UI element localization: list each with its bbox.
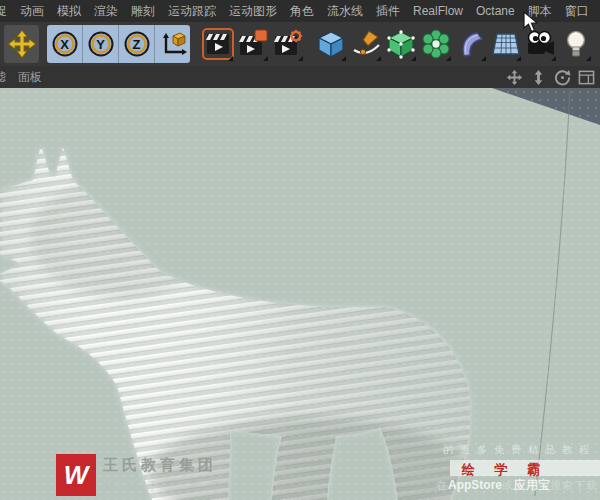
lock-y-icon <box>87 30 115 58</box>
spline-line <box>535 90 570 496</box>
menu-item-render[interactable]: 渲染 <box>94 3 118 20</box>
viewport-canvas[interactable]: W 王氏教育集团 （以人为本 始创于二零零二 的更多免费精品教程 绘 学 霸 在… <box>0 88 600 500</box>
viewport-layout-icon[interactable] <box>578 69 595 86</box>
subdivision-surface-button[interactable] <box>383 25 418 63</box>
horse-dim-overlay <box>0 145 470 500</box>
light-button[interactable] <box>558 25 593 63</box>
menu-item-sculpt[interactable]: 雕刻 <box>131 3 155 20</box>
render-view-button[interactable] <box>200 25 235 63</box>
pen-icon <box>351 29 381 59</box>
viewport-rotate-icon[interactable] <box>554 69 571 86</box>
menu-item-simulate[interactable]: 模拟 <box>57 3 81 20</box>
lock-z-button[interactable]: Z <box>119 25 155 63</box>
axis-lock-group: X Y Z <box>47 25 190 63</box>
menu-item-mograph[interactable]: 运动图形 <box>229 3 277 20</box>
menu-item-animate[interactable]: 动画 <box>20 3 44 20</box>
render-settings-button[interactable] <box>270 25 305 63</box>
scene-3d <box>0 88 600 500</box>
menu-bar: 捉 动画 模拟 渲染 雕刻 运动跟踪 运动图形 角色 流水线 插件 RealFl… <box>0 0 600 23</box>
render-picture-viewer-button[interactable] <box>235 25 270 63</box>
floor-grid-icon <box>491 29 521 59</box>
horizon-background <box>492 88 600 125</box>
viewport-menu-panel[interactable]: 面板 <box>18 69 42 86</box>
bend-deformer-button[interactable] <box>453 25 488 63</box>
render-settings-icon <box>272 28 304 60</box>
menu-item-pipeline[interactable]: 流水线 <box>327 3 363 20</box>
toolbar: X Y Z <box>0 22 600 67</box>
light-bulb-icon <box>561 29 591 59</box>
lock-y-button[interactable]: Y <box>83 25 119 63</box>
viewport-pan-icon[interactable] <box>506 69 523 86</box>
floor-button[interactable] <box>488 25 523 63</box>
menu-item-plugins[interactable]: 插件 <box>376 3 400 20</box>
viewport-nav-controls <box>506 69 595 86</box>
cinema4d-window: 捉 动画 模拟 渲染 雕刻 运动跟踪 运动图形 角色 流水线 插件 RealFl… <box>0 0 600 500</box>
menu-item-window[interactable]: 窗口 <box>565 3 589 20</box>
lock-x-button[interactable]: X <box>47 25 83 63</box>
render-picture-viewer-icon <box>237 28 269 60</box>
move-tool-button[interactable] <box>4 25 39 63</box>
menu-item-script[interactable]: 脚本 <box>528 3 552 20</box>
volume-builder-icon <box>421 29 451 59</box>
menu-item-realflow[interactable]: RealFlow <box>413 4 463 18</box>
menu-item-character[interactable]: 角色 <box>290 3 314 20</box>
menu-item-motion-tracker[interactable]: 运动跟踪 <box>168 3 216 20</box>
subdivision-surface-icon <box>386 29 416 59</box>
camera-icon <box>525 28 557 60</box>
lock-x-icon <box>51 30 79 58</box>
camera-button[interactable] <box>523 25 558 63</box>
volume-builder-button[interactable] <box>418 25 453 63</box>
viewport-menu-bar: 滤 面板 <box>0 66 600 89</box>
menu-item-capture[interactable]: 捉 <box>0 3 7 20</box>
menu-item-octane[interactable]: Octane <box>476 4 515 18</box>
primitive-cube-button[interactable] <box>313 25 348 63</box>
viewport-dolly-icon[interactable] <box>530 69 547 86</box>
lock-z-icon <box>123 30 151 58</box>
render-view-icon <box>202 28 234 60</box>
coordinate-system-icon <box>159 30 187 58</box>
move-icon <box>7 29 37 59</box>
viewport-menu-filter[interactable]: 滤 <box>0 69 6 86</box>
cube-icon <box>316 29 346 59</box>
spline-pen-button[interactable] <box>348 25 383 63</box>
horse-model <box>0 145 470 500</box>
bend-deformer-icon <box>456 29 486 59</box>
coordinate-system-button[interactable] <box>155 25 190 63</box>
